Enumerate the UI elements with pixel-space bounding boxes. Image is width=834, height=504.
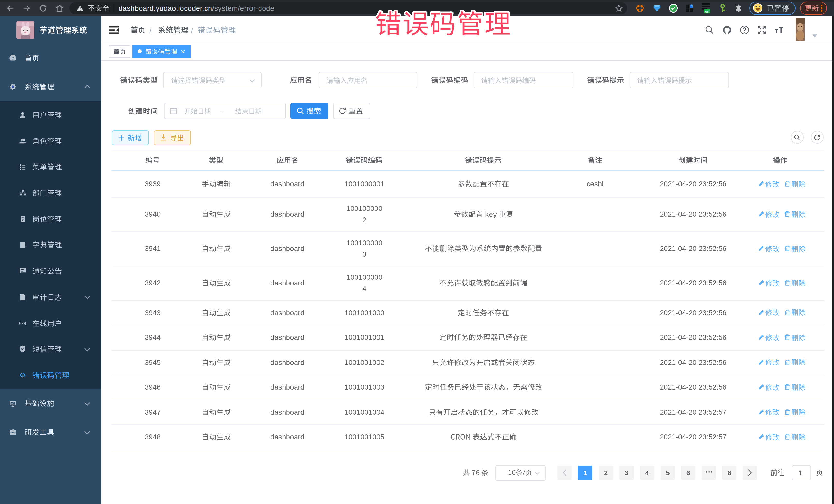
svg-text:on: on (705, 9, 709, 13)
